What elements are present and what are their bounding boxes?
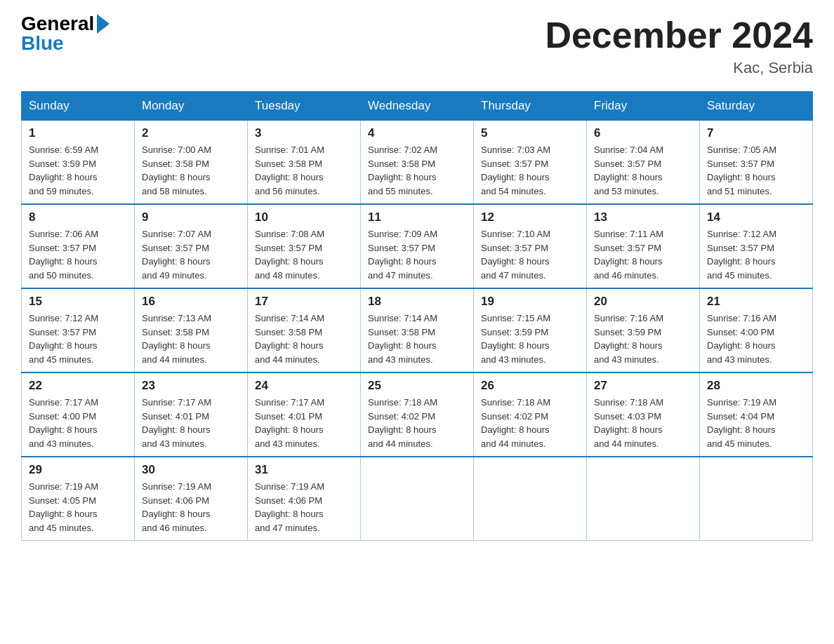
calendar-cell: 7Sunrise: 7:05 AMSunset: 3:57 PMDaylight…	[700, 121, 813, 205]
page-title: December 2024	[545, 14, 813, 56]
calendar-cell: 25Sunrise: 7:18 AMSunset: 4:02 PMDayligh…	[361, 373, 474, 457]
day-info: Sunrise: 7:09 AMSunset: 3:57 PMDaylight:…	[368, 227, 466, 282]
calendar-cell: 9Sunrise: 7:07 AMSunset: 3:57 PMDaylight…	[135, 204, 248, 288]
calendar-cell: 26Sunrise: 7:18 AMSunset: 4:02 PMDayligh…	[474, 373, 587, 457]
day-number: 29	[29, 463, 127, 477]
day-info: Sunrise: 7:08 AMSunset: 3:57 PMDaylight:…	[255, 227, 353, 282]
logo-general-text: General	[21, 14, 94, 34]
day-number: 14	[707, 210, 805, 224]
calendar-cell: 29Sunrise: 7:19 AMSunset: 4:05 PMDayligh…	[22, 457, 135, 541]
weekday-header-monday: Monday	[135, 92, 248, 121]
day-number: 1	[29, 126, 127, 140]
day-number: 5	[481, 126, 579, 140]
calendar-week-row: 22Sunrise: 7:17 AMSunset: 4:00 PMDayligh…	[22, 373, 813, 457]
day-info: Sunrise: 6:59 AMSunset: 3:59 PMDaylight:…	[29, 143, 127, 198]
calendar-cell: 11Sunrise: 7:09 AMSunset: 3:57 PMDayligh…	[361, 204, 474, 288]
title-block: December 2024 Kac, Serbia	[545, 14, 813, 77]
day-info: Sunrise: 7:11 AMSunset: 3:57 PMDaylight:…	[594, 227, 692, 282]
page-subtitle: Kac, Serbia	[545, 59, 813, 77]
day-info: Sunrise: 7:10 AMSunset: 3:57 PMDaylight:…	[481, 227, 579, 282]
page-header: General Blue December 2024 Kac, Serbia	[21, 14, 813, 77]
day-info: Sunrise: 7:00 AMSunset: 3:58 PMDaylight:…	[142, 143, 240, 198]
day-info: Sunrise: 7:16 AMSunset: 4:00 PMDaylight:…	[707, 311, 805, 366]
calendar-cell: 24Sunrise: 7:17 AMSunset: 4:01 PMDayligh…	[248, 373, 361, 457]
day-number: 11	[368, 210, 466, 224]
day-number: 7	[707, 126, 805, 140]
day-info: Sunrise: 7:03 AMSunset: 3:57 PMDaylight:…	[481, 143, 579, 198]
calendar-cell: 23Sunrise: 7:17 AMSunset: 4:01 PMDayligh…	[135, 373, 248, 457]
weekday-header-wednesday: Wednesday	[361, 92, 474, 121]
day-info: Sunrise: 7:19 AMSunset: 4:06 PMDaylight:…	[255, 480, 353, 535]
day-number: 28	[707, 379, 805, 393]
weekday-header-friday: Friday	[587, 92, 700, 121]
day-number: 4	[368, 126, 466, 140]
calendar-cell: 20Sunrise: 7:16 AMSunset: 3:59 PMDayligh…	[587, 288, 700, 373]
calendar-cell: 14Sunrise: 7:12 AMSunset: 3:57 PMDayligh…	[700, 204, 813, 288]
calendar-cell: 8Sunrise: 7:06 AMSunset: 3:57 PMDaylight…	[22, 204, 135, 288]
calendar-cell: 2Sunrise: 7:00 AMSunset: 3:58 PMDaylight…	[135, 121, 248, 205]
calendar-cell: 6Sunrise: 7:04 AMSunset: 3:57 PMDaylight…	[587, 121, 700, 205]
day-number: 27	[594, 379, 692, 393]
calendar-cell	[361, 457, 474, 541]
day-info: Sunrise: 7:14 AMSunset: 3:58 PMDaylight:…	[255, 311, 353, 366]
calendar-cell: 10Sunrise: 7:08 AMSunset: 3:57 PMDayligh…	[248, 204, 361, 288]
calendar-cell: 22Sunrise: 7:17 AMSunset: 4:00 PMDayligh…	[22, 373, 135, 457]
calendar-cell: 30Sunrise: 7:19 AMSunset: 4:06 PMDayligh…	[135, 457, 248, 541]
logo-blue-text: Blue	[21, 34, 64, 53]
day-info: Sunrise: 7:19 AMSunset: 4:04 PMDaylight:…	[707, 396, 805, 450]
day-info: Sunrise: 7:18 AMSunset: 4:03 PMDaylight:…	[594, 396, 692, 450]
logo: General Blue	[21, 14, 110, 53]
day-number: 2	[142, 126, 240, 140]
calendar-cell: 28Sunrise: 7:19 AMSunset: 4:04 PMDayligh…	[700, 373, 813, 457]
day-info: Sunrise: 7:07 AMSunset: 3:57 PMDaylight:…	[142, 227, 240, 282]
calendar-cell: 5Sunrise: 7:03 AMSunset: 3:57 PMDaylight…	[474, 121, 587, 205]
calendar-week-row: 29Sunrise: 7:19 AMSunset: 4:05 PMDayligh…	[22, 457, 813, 541]
day-number: 21	[707, 295, 805, 309]
day-number: 22	[29, 379, 127, 393]
calendar-cell: 1Sunrise: 6:59 AMSunset: 3:59 PMDaylight…	[22, 121, 135, 205]
day-info: Sunrise: 7:12 AMSunset: 3:57 PMDaylight:…	[707, 227, 805, 282]
calendar-cell: 12Sunrise: 7:10 AMSunset: 3:57 PMDayligh…	[474, 204, 587, 288]
calendar-cell	[700, 457, 813, 541]
calendar-cell: 3Sunrise: 7:01 AMSunset: 3:58 PMDaylight…	[248, 121, 361, 205]
day-number: 10	[255, 210, 353, 224]
day-number: 17	[255, 295, 353, 309]
day-number: 15	[29, 295, 127, 309]
calendar-table: SundayMondayTuesdayWednesdayThursdayFrid…	[21, 91, 813, 541]
day-number: 6	[594, 126, 692, 140]
day-number: 23	[142, 379, 240, 393]
calendar-cell: 19Sunrise: 7:15 AMSunset: 3:59 PMDayligh…	[474, 288, 587, 373]
day-number: 18	[368, 295, 466, 309]
day-info: Sunrise: 7:12 AMSunset: 3:57 PMDaylight:…	[29, 311, 127, 366]
calendar-cell: 27Sunrise: 7:18 AMSunset: 4:03 PMDayligh…	[587, 373, 700, 457]
day-info: Sunrise: 7:05 AMSunset: 3:57 PMDaylight:…	[707, 143, 805, 198]
calendar-cell: 15Sunrise: 7:12 AMSunset: 3:57 PMDayligh…	[22, 288, 135, 373]
calendar-cell: 21Sunrise: 7:16 AMSunset: 4:00 PMDayligh…	[700, 288, 813, 373]
day-info: Sunrise: 7:04 AMSunset: 3:57 PMDaylight:…	[594, 143, 692, 198]
day-info: Sunrise: 7:16 AMSunset: 3:59 PMDaylight:…	[594, 311, 692, 366]
day-info: Sunrise: 7:17 AMSunset: 4:00 PMDaylight:…	[29, 396, 127, 450]
day-number: 25	[368, 379, 466, 393]
day-number: 8	[29, 210, 127, 224]
weekday-header-tuesday: Tuesday	[248, 92, 361, 121]
calendar-week-row: 15Sunrise: 7:12 AMSunset: 3:57 PMDayligh…	[22, 288, 813, 373]
day-number: 3	[255, 126, 353, 140]
day-number: 12	[481, 210, 579, 224]
day-number: 13	[594, 210, 692, 224]
day-number: 31	[255, 463, 353, 477]
calendar-cell: 4Sunrise: 7:02 AMSunset: 3:58 PMDaylight…	[361, 121, 474, 205]
day-number: 26	[481, 379, 579, 393]
calendar-cell: 17Sunrise: 7:14 AMSunset: 3:58 PMDayligh…	[248, 288, 361, 373]
day-info: Sunrise: 7:15 AMSunset: 3:59 PMDaylight:…	[481, 311, 579, 366]
day-number: 19	[481, 295, 579, 309]
day-info: Sunrise: 7:19 AMSunset: 4:05 PMDaylight:…	[29, 480, 127, 535]
calendar-cell	[587, 457, 700, 541]
day-number: 16	[142, 295, 240, 309]
weekday-header-thursday: Thursday	[474, 92, 587, 121]
day-info: Sunrise: 7:14 AMSunset: 3:58 PMDaylight:…	[368, 311, 466, 366]
day-info: Sunrise: 7:01 AMSunset: 3:58 PMDaylight:…	[255, 143, 353, 198]
day-number: 24	[255, 379, 353, 393]
calendar-week-row: 8Sunrise: 7:06 AMSunset: 3:57 PMDaylight…	[22, 204, 813, 288]
calendar-header-row: SundayMondayTuesdayWednesdayThursdayFrid…	[22, 92, 813, 121]
day-info: Sunrise: 7:19 AMSunset: 4:06 PMDaylight:…	[142, 480, 240, 535]
